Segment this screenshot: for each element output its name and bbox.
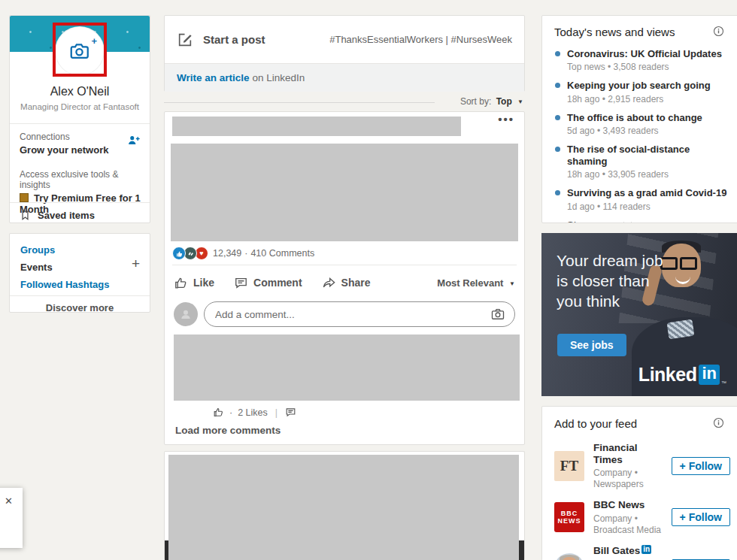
sidebar-item-groups[interactable]: Groups: [20, 244, 55, 256]
post-overflow-menu-icon[interactable]: •••: [498, 113, 514, 126]
suggestion-name[interactable]: BBC News: [593, 499, 663, 511]
bbc-logo-line2: NEWS: [558, 517, 581, 525]
news-item-meta: 1d ago • 114 readers: [567, 201, 730, 212]
comment-input-wrap: [204, 301, 515, 327]
comment-reply-bubble-icon[interactable]: [285, 407, 296, 418]
post-content-placeholder: [171, 144, 518, 241]
info-icon[interactable]: [713, 26, 724, 37]
bill-gates-avatar[interactable]: [554, 553, 584, 560]
sort-by-dropdown[interactable]: Sort by: Top ▼: [460, 96, 523, 107]
premium-hint: Access exclusive tools & insights: [20, 169, 150, 190]
suggestion-name[interactable]: Financial Times: [593, 442, 663, 466]
comment-sort-caret-icon: ▼: [509, 280, 515, 287]
linkedin-logo: Linked in ™: [638, 364, 726, 386]
follow-button[interactable]: + Follow: [672, 508, 730, 526]
sidebar-item-events[interactable]: Events: [20, 262, 53, 273]
news-item[interactable]: Coronavirus: UK Official Updates Top new…: [554, 48, 730, 72]
bottom-left-overlay-panel: ✕: [0, 488, 23, 548]
discover-more-button[interactable]: Discover more: [10, 302, 150, 313]
load-more-comments-button[interactable]: Load more comments: [175, 425, 281, 436]
sort-divider-line: [164, 102, 435, 103]
news-bullet-icon: [555, 190, 560, 195]
financial-times-logo[interactable]: FT: [554, 451, 584, 481]
add-to-feed-card: Add to your feed FT Financial Times Comp…: [541, 406, 737, 560]
count-separator: ·: [244, 248, 247, 259]
like-button[interactable]: Like: [174, 276, 214, 290]
write-article-row[interactable]: Write an article on LinkedIn: [165, 63, 524, 92]
news-bullet-icon: [555, 51, 560, 56]
post-author-placeholder: [172, 117, 461, 136]
share-label: Share: [341, 277, 371, 289]
news-card: Today's news and views Coronavirus: UK O…: [541, 15, 737, 223]
news-item-title: The rise of social-distance shaming: [567, 144, 730, 168]
compose-pencil-icon: [177, 32, 193, 48]
like-thumb-icon: [174, 276, 188, 290]
suggestion-row: FT Financial Times Company • Newspapers …: [554, 442, 730, 490]
comment-content-placeholder: [174, 334, 520, 401]
news-item[interactable]: Surviving as a grad amid Covid-19 1d ago…: [554, 187, 730, 211]
sort-caret-down-icon: ▼: [517, 98, 523, 105]
post-social-counts[interactable]: ♥ 12,349·410 Comments: [172, 247, 317, 260]
news-item-title: Surviving as a grad amid Covid-19: [567, 187, 730, 199]
premium-gold-icon: [20, 193, 29, 202]
news-item-title: The office is about to change: [567, 112, 730, 124]
see-jobs-button[interactable]: See jobs: [557, 334, 626, 356]
news-item-title: Keeping your job search going: [567, 80, 730, 92]
suggestion-name[interactable]: Bill Gates: [593, 545, 640, 556]
news-item-meta: 18h ago • 33,905 readers: [567, 169, 730, 180]
ad-person-collar: [667, 319, 695, 340]
suggestion-row: Bill Gatesin Co-chair, Bill & Melinda Ga…: [554, 545, 730, 560]
comment-count: 410 Comments: [250, 248, 314, 259]
bbc-logo-line1: BBC: [561, 510, 578, 518]
comment-sort-dropdown[interactable]: Most Relevant ▼: [437, 277, 515, 289]
news-bullet-icon: [555, 115, 560, 120]
post-divider: [172, 265, 517, 265]
news-bullet-icon: [555, 147, 560, 152]
news-item-title: Coronavirus: UK Official Updates: [567, 48, 730, 60]
bbc-news-logo[interactable]: BBC NEWS: [554, 502, 584, 532]
share-button[interactable]: Share: [322, 276, 371, 290]
saved-items-link[interactable]: Saved items: [20, 210, 95, 221]
news-item[interactable]: The rise of social-distance shaming 18h …: [554, 144, 730, 180]
show-more-label: Show more: [567, 219, 618, 224]
news-item[interactable]: The office is about to change 5d ago • 3…: [554, 112, 730, 136]
grow-network-label: Grow your network: [20, 144, 108, 156]
write-article-link[interactable]: Write an article: [177, 72, 250, 83]
profile-card: + Alex O'Neil Managing Director at Fanta…: [9, 15, 150, 223]
comment-like-thumb-icon[interactable]: [213, 407, 224, 418]
premium-upsell[interactable]: Access exclusive tools & insights Try Pr…: [20, 169, 150, 215]
close-icon[interactable]: ✕: [5, 496, 13, 506]
info-icon[interactable]: [713, 417, 724, 428]
write-article-suffix: on LinkedIn: [253, 72, 305, 83]
comment-sort-value: Most Relevant: [437, 277, 503, 289]
reaction-count: 12,349: [213, 248, 241, 259]
profile-divider-2: [10, 202, 150, 203]
linkedin-feed-page: + Alex O'Neil Managing Director at Fanta…: [0, 0, 737, 560]
attach-photo-camera-icon[interactable]: [490, 307, 505, 322]
ad-headline: Your dream job is closer than you think: [557, 251, 677, 312]
comment-likes-count[interactable]: 2 Likes: [238, 407, 268, 418]
news-bullet-icon: [555, 83, 560, 88]
sidebar-item-followed-hashtags[interactable]: Followed Hashtags: [20, 279, 109, 290]
connections-link[interactable]: Connections Grow your network: [20, 132, 108, 156]
linkedin-logo-linked: Linked: [638, 364, 697, 386]
ad-banner[interactable]: Your dream job is closer than you think …: [541, 233, 737, 396]
bookmark-icon: [20, 210, 31, 221]
show-more-button[interactable]: Show more: [554, 219, 730, 224]
like-reaction-icon: [172, 247, 186, 260]
news-item-meta: 18h ago • 2,915 readers: [567, 94, 730, 104]
avatar-highlight-red-box: [53, 23, 107, 77]
comment-label: Comment: [253, 277, 302, 289]
add-to-feed-title: Add to your feed: [554, 417, 637, 430]
news-card-title: Today's news and views: [554, 26, 675, 38]
start-post-button[interactable]: Start a post: [203, 33, 265, 46]
follow-button[interactable]: + Follow: [672, 457, 730, 475]
trending-hashtags-link[interactable]: #ThanksEssentialWorkers | #NursesWeek: [329, 34, 512, 45]
news-item[interactable]: Keeping your job search going 18h ago • …: [554, 80, 730, 104]
add-event-icon[interactable]: +: [132, 256, 140, 271]
comment-button[interactable]: Comment: [234, 276, 302, 290]
suggestion-meta: Company • Broadcast Media: [593, 513, 663, 536]
profile-name[interactable]: Alex O'Neil: [10, 85, 150, 98]
share-arrow-icon: [322, 276, 336, 290]
comment-input[interactable]: [214, 308, 490, 321]
